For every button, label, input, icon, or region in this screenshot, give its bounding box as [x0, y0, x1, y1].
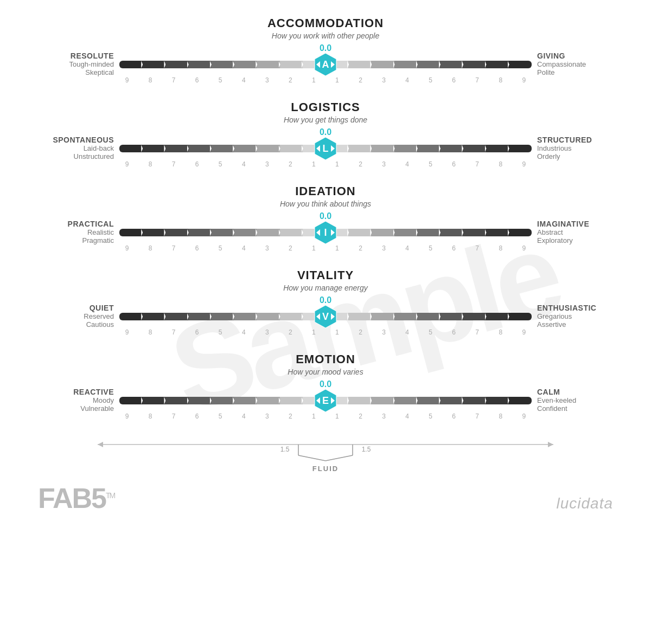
logistics-header: LOGISTICS How you get things done [33, 100, 618, 124]
svg-text:V: V [322, 311, 329, 322]
accommodation-left-pole: RESOLUTE [33, 51, 114, 60]
dimensions-container: ACCOMMODATION How you work with other pe… [33, 16, 618, 420]
ideation-subtitle: How you think about things [33, 199, 618, 208]
fluid-section: 1.5 1.5 FLUID [33, 436, 618, 473]
logistics-left-trait1: Laid-back [33, 144, 114, 152]
ideation-hex-marker: I [313, 220, 338, 245]
lucidata-logo: lucidata [556, 495, 613, 512]
logistics-subtitle: How you get things done [33, 115, 618, 124]
ideation-right-pole: IMAGINATIVE [537, 220, 618, 228]
vitality-right-pole: ENTHUSIASTIC [537, 304, 618, 312]
svg-line-25 [298, 455, 326, 461]
emotion-track: E [119, 390, 532, 411]
accommodation-left-trait1: Tough-minded [33, 60, 114, 68]
vitality-title: VITALITY [33, 268, 618, 282]
ideation-right-trait1: Abstract [537, 228, 618, 236]
emotion-hex-marker: E [313, 388, 338, 413]
vitality-right-trait2: Assertive [537, 320, 618, 329]
svg-text:1.5: 1.5 [280, 446, 290, 453]
emotion-scale-row: REACTIVE Moody Vulnerable 0.0 E 98765432… [33, 379, 618, 420]
fluid-arrow-svg: 1.5 1.5 [87, 436, 564, 463]
emotion-left-trait1: Moody [33, 396, 114, 404]
accommodation-scale-container: 0.0 A 987654321123456789 [119, 43, 532, 84]
emotion-right-pole: CALM [537, 388, 618, 396]
logistics-right-pole: STRUCTURED [537, 136, 618, 144]
ideation-title: IDEATION [33, 184, 618, 198]
vitality-scale-container: 0.0 V 987654321123456789 [119, 295, 532, 336]
ideation-track: I [119, 222, 532, 243]
emotion-left-pole: REACTIVE [33, 388, 114, 396]
ideation-left-trait2: Pragmatic [33, 236, 114, 244]
logistics-scale-row: SPONTANEOUS Laid-back Unstructured 0.0 L… [33, 127, 618, 168]
svg-line-26 [326, 455, 353, 461]
vitality-scale-row: QUIET Reserved Cautious 0.0 V 9876543211… [33, 295, 618, 336]
emotion-right-trait2: Confident [537, 404, 618, 413]
logistics-scale-container: 0.0 L 987654321123456789 [119, 127, 532, 168]
emotion-title: EMOTION [33, 352, 618, 366]
accommodation-track: A [119, 54, 532, 75]
ideation-right-trait2: Exploratory [537, 236, 618, 244]
logistics-left-trait2: Unstructured [33, 152, 114, 160]
accommodation-header: ACCOMMODATION How you work with other pe… [33, 16, 618, 40]
fab5-logo: FAB5TM [38, 484, 114, 512]
vitality-subtitle: How you manage energy [33, 284, 618, 292]
vitality-left-trait1: Reserved [33, 312, 114, 320]
dimension-emotion: EMOTION How your mood varies REACTIVE Mo… [33, 352, 618, 420]
accommodation-right-pole: GIVING [537, 51, 618, 60]
dimension-logistics: LOGISTICS How you get things done SPONTA… [33, 100, 618, 168]
vitality-track: V [119, 306, 532, 327]
branding-row: FAB5TM lucidata [33, 484, 618, 512]
emotion-scale-container: 0.0 E 987654321123456789 [119, 379, 532, 420]
vitality-left-pole: QUIET [33, 304, 114, 312]
emotion-right-trait1: Even-keeled [537, 396, 618, 404]
ideation-scale-row: PRACTICAL Realistic Pragmatic 0.0 I 9876… [33, 211, 618, 252]
svg-marker-22 [548, 442, 553, 447]
accommodation-hex-marker: A [313, 52, 338, 77]
vitality-left-trait2: Cautious [33, 320, 114, 329]
fluid-label: FLUID [312, 463, 339, 473]
vitality-header: VITALITY How you manage energy [33, 268, 618, 292]
logistics-left-labels: SPONTANEOUS Laid-back Unstructured [33, 136, 119, 160]
ideation-header: IDEATION How you think about things [33, 184, 618, 208]
dimension-accommodation: ACCOMMODATION How you work with other pe… [33, 16, 618, 84]
dimension-ideation: IDEATION How you think about things PRAC… [33, 184, 618, 252]
svg-text:1.5: 1.5 [362, 446, 371, 453]
svg-text:E: E [322, 395, 329, 406]
logistics-right-trait2: Orderly [537, 152, 618, 160]
ideation-left-labels: PRACTICAL Realistic Pragmatic [33, 220, 119, 244]
vitality-hex-marker: V [313, 304, 338, 329]
vitality-left-labels: QUIET Reserved Cautious [33, 304, 119, 329]
emotion-right-labels: CALM Even-keeled Confident [532, 388, 618, 413]
svg-marker-21 [98, 442, 103, 447]
accommodation-right-labels: GIVING Compassionate Polite [532, 51, 618, 76]
logistics-right-labels: STRUCTURED Industrious Orderly [532, 136, 618, 160]
logistics-title: LOGISTICS [33, 100, 618, 114]
vitality-right-labels: ENTHUSIASTIC Gregarious Assertive [532, 304, 618, 329]
logistics-left-pole: SPONTANEOUS [33, 136, 114, 144]
ideation-scale-container: 0.0 I 987654321123456789 [119, 211, 532, 252]
emotion-left-labels: REACTIVE Moody Vulnerable [33, 388, 119, 413]
logistics-track: L [119, 138, 532, 159]
page-container: ACCOMMODATION How you work with other pe… [0, 0, 651, 529]
accommodation-subtitle: How you work with other people [33, 31, 618, 40]
accommodation-title: ACCOMMODATION [33, 16, 618, 30]
emotion-left-trait2: Vulnerable [33, 404, 114, 413]
logistics-right-trait1: Industrious [537, 144, 618, 152]
accommodation-scale-row: RESOLUTE Tough-minded Skeptical 0.0 A 98… [33, 43, 618, 84]
ideation-left-trait1: Realistic [33, 228, 114, 236]
dimension-vitality: VITALITY How you manage energy QUIET Res… [33, 268, 618, 336]
emotion-header: EMOTION How your mood varies [33, 352, 618, 376]
emotion-subtitle: How your mood varies [33, 368, 618, 376]
vitality-right-trait1: Gregarious [537, 312, 618, 320]
accommodation-left-trait2: Skeptical [33, 68, 114, 76]
svg-text:I: I [324, 227, 327, 238]
ideation-right-labels: IMAGINATIVE Abstract Exploratory [532, 220, 618, 244]
accommodation-right-trait2: Polite [537, 68, 618, 76]
accommodation-right-trait1: Compassionate [537, 60, 618, 68]
accommodation-left-labels: RESOLUTE Tough-minded Skeptical [33, 51, 119, 76]
svg-text:A: A [322, 59, 329, 70]
logistics-hex-marker: L [313, 136, 338, 161]
ideation-left-pole: PRACTICAL [33, 220, 114, 228]
svg-text:L: L [323, 143, 329, 154]
